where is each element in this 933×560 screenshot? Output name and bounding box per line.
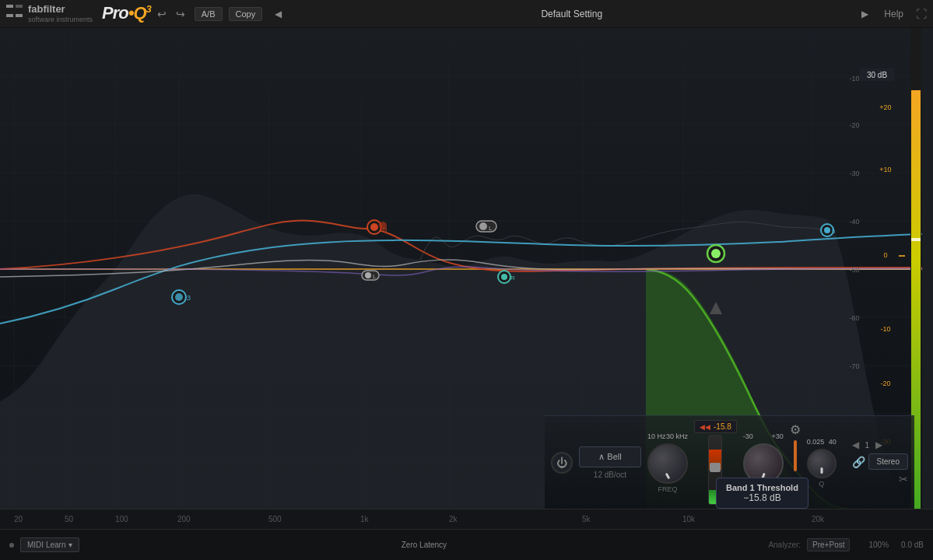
undo-redo-group: ↩ ↪ [154,8,188,20]
svg-text:-20: -20 [849,121,859,129]
svg-text:R: R [383,226,388,233]
filter-arrow-icon: ∧ [598,452,605,461]
svg-text:+20: +20 [879,103,891,111]
chain-button[interactable]: 🔗 [852,456,865,468]
stereo-button[interactable]: Stereo [868,453,908,470]
q-text: Q [133,4,146,23]
svg-rect-59 [899,255,905,257]
analyzer-mode-button[interactable]: Pre+Post [807,538,850,551]
brand-name: fabfilter [28,3,93,16]
freq-min-label: 10 Hz [647,432,666,440]
svg-text:R: R [510,275,515,282]
bottom-bar: MIDI Learn ▾ Zero Latency Analyzer: Pre+… [0,529,933,560]
band-power-button[interactable]: ⏻ [551,452,573,474]
copy-button[interactable]: Copy [229,7,263,21]
filter-type-button[interactable]: ∧ Bell [579,446,641,467]
maximize-button[interactable]: ⛶ [916,8,927,20]
freq-knob[interactable] [647,443,688,484]
stereo-area: ◀ 1 ▶ 🔗 Stereo ✂ [852,439,908,485]
svg-text:-50: -50 [849,266,859,274]
freq-knob-label: FREQ [658,485,677,493]
band-nav: ◀ 1 ▶ [852,439,908,450]
gain-value: -15.8 [714,422,731,431]
ab-button[interactable]: A/B [195,7,223,21]
gain-value-display: ◀◀ -15.8 [694,420,737,433]
status-dot [9,543,14,548]
svg-point-33 [479,222,487,230]
freq-50: 50 [65,515,73,523]
ab-copy-group: A/B Copy [195,7,265,21]
version-num: 3 [146,3,151,15]
q-knob[interactable] [807,449,837,478]
svg-point-23 [175,293,183,301]
preset-name: Default Setting [541,9,602,19]
band-number: 1 [862,441,873,450]
analyzer-label: Analyzer: [768,541,801,549]
midi-arrow-icon: ▾ [68,541,72,549]
svg-text:-20: -20 [880,380,890,387]
tooltip-value: −15.8 dB [726,492,798,503]
filter-type-group: ∧ Bell 12 dB/oct [579,446,641,479]
freq-knob-container: 10 Hz 30 kHz FREQ [647,432,688,493]
logo-area: fabfilter software instruments [6,3,93,23]
filter-type-label: Bell [607,452,621,461]
midi-label: MIDI Learn [27,541,65,549]
pro-text: Pro [102,4,128,23]
svg-text:-40: -40 [849,218,859,226]
svg-text:L: L [373,273,377,280]
freq-500: 500 [268,515,282,523]
svg-text:-10: -10 [849,75,859,82]
stereo-link-group: 🔗 Stereo [852,453,908,470]
svg-text:L: L [489,225,493,232]
brand-sub: software instruments [28,16,93,24]
svg-point-29 [370,223,378,231]
svg-text:5: 5 [832,228,836,235]
freq-20k: 20k [812,515,824,523]
freq-5k: 5k [582,515,591,523]
logo-text: fabfilter software instruments [28,3,93,23]
svg-point-39 [711,249,721,258]
threshold-tooltip: Band 1 Threshold −15.8 dB [716,478,808,509]
svg-text:3: 3 [187,294,191,302]
filter-slope-label: 12 dB/oct [579,471,641,479]
q-knob-label: Q [819,480,824,488]
gain-indicator-bar [794,440,797,471]
svg-text:0: 0 [883,251,887,259]
band-panel: ⏻ ∧ Bell 12 dB/oct 10 Hz 30 kHz FREQ [545,415,914,509]
svg-text:+10: +10 [879,166,891,173]
svg-point-42 [824,227,830,233]
freq-2k: 2k [449,515,458,523]
gain-db-label: 0.0 dB [901,541,924,549]
preset-next-button[interactable]: ▶ [861,9,868,19]
settings-group: ⚙ [790,419,801,471]
help-button[interactable]: Help [884,9,903,19]
settings-button[interactable]: ⚙ [790,422,801,437]
svg-text:-70: -70 [849,362,859,370]
freq-20: 20 [14,515,23,523]
q-min-label: 0.025 [807,438,825,446]
gain-max-label: +30 [772,432,784,440]
redo-button[interactable]: ↪ [173,8,188,20]
freq-10k: 10k [682,515,695,523]
svg-text:30 dB: 30 dB [867,71,887,79]
svg-text:-30: -30 [849,170,859,177]
freq-max-label: 30 kHz [666,432,688,440]
product-logo: Pro•Q3 [102,3,151,23]
scissors-button[interactable]: ✂ [899,473,908,485]
latency-button[interactable]: Zero Latency [402,541,447,549]
freq-200: 200 [177,515,191,523]
zoom-label: 100% [868,541,889,549]
svg-point-26 [365,272,371,278]
scissors-group: ✂ [852,473,908,485]
header: fabfilter software instruments Pro•Q3 ↩ … [0,0,933,28]
gain-min-label: -30 [743,432,753,440]
svg-text:-10: -10 [880,325,890,333]
band-prev-button[interactable]: ◀ [852,439,859,450]
eq-area: 3 L R L R 5 -10 -20 -30 -40 -50 -60 [0,28,933,509]
band-next-button[interactable]: ▶ [875,439,882,450]
preset-prev-button[interactable]: ◀ [275,9,282,19]
q-knob-container: 0.025 40 Q [807,438,837,488]
midi-learn-button[interactable]: MIDI Learn ▾ [20,537,79,552]
undo-button[interactable]: ↩ [154,8,170,20]
freq-100: 100 [115,515,128,523]
